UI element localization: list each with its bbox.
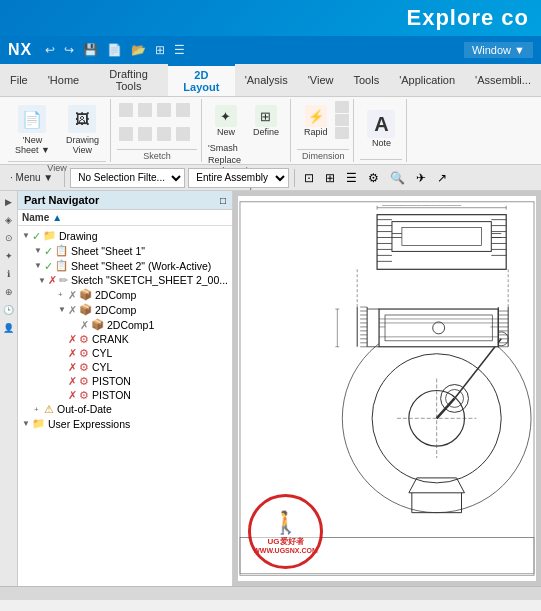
tree-item-sheet1[interactable]: ▼ ✓ 📋 Sheet "Sheet 1" (18, 243, 232, 258)
toolbar-icon-5[interactable]: 🔍 (386, 169, 409, 187)
piston2-check-icon: ✗ (68, 389, 77, 401)
new-2dcomp-button[interactable]: ✦ New (208, 101, 244, 141)
tab-home[interactable]: 'Home (38, 64, 89, 96)
sketch-group-label: Sketch (117, 149, 197, 162)
undo-button[interactable]: ↩ (42, 42, 58, 58)
sheet1-icon: 📋 (55, 244, 68, 257)
tab-analysis[interactable]: 'Analysis (235, 64, 298, 96)
sidebar-icon-7[interactable]: 🕒 (2, 303, 16, 317)
sketch-btn-6[interactable] (136, 125, 154, 143)
toolbar-icon2[interactable]: ☰ (171, 42, 188, 58)
toolbar-icon1[interactable]: ⊞ (152, 42, 168, 58)
sheet2-arrow: ▼ (34, 261, 42, 270)
main-area: ▶ ◈ ⊙ ✦ ℹ ⊕ 🕒 👤 Part Navigator □ Name ▲ … (0, 191, 541, 586)
tree-item-cyl1[interactable]: ✗ ⚙ CYL (18, 346, 232, 360)
tab-file[interactable]: File (0, 64, 38, 96)
navigator-header: Part Navigator □ (18, 191, 232, 210)
assembly-dropdown[interactable]: Entire Assembly (188, 168, 289, 188)
drawing-view-button[interactable]: 🖼 DrawingView (59, 101, 106, 159)
sketch-label: Sketch "SKETCH_SHEET 2_00... (71, 274, 228, 286)
save-button[interactable]: 💾 (80, 42, 101, 58)
tab-assembly[interactable]: 'Assembli... (465, 64, 541, 96)
cyl1-icon: ⚙ (79, 347, 89, 359)
tab-tools[interactable]: Tools (343, 64, 389, 96)
sketch-btn-5[interactable] (117, 125, 135, 143)
sidebar-icon-6[interactable]: ⊕ (2, 285, 16, 299)
tab-application[interactable]: 'Application (389, 64, 465, 96)
tree-item-sketch[interactable]: ▼ ✗ ✏ Sketch "SKETCH_SHEET 2_00... (18, 273, 232, 287)
selection-filter-dropdown[interactable]: No Selection Filte... (70, 168, 185, 188)
tree-item-cyl2[interactable]: ✗ ⚙ CYL (18, 360, 232, 374)
sheet2-icon: 📋 (55, 259, 68, 272)
watermark: 🚶 UG爱好者 WWW.UGSNX.COM (248, 494, 323, 569)
ribbon-group-sketch: Sketch (113, 99, 202, 162)
sketch-btn-7[interactable] (155, 125, 173, 143)
tab-2d-layout[interactable]: 2D Layout (168, 64, 235, 96)
new-sheet-button[interactable]: 📄 'NewSheet ▼ (8, 101, 57, 159)
note-button[interactable]: A Note (360, 106, 402, 152)
2dcomp1-arrow: + (58, 290, 66, 299)
ue-arrow: ▼ (22, 419, 30, 428)
ribbon-group-view: 📄 'NewSheet ▼ 🖼 DrawingView View (4, 99, 111, 162)
sketch-btn-8[interactable] (174, 125, 192, 143)
sidebar-icon-8[interactable]: 👤 (2, 321, 16, 335)
new-button[interactable]: 📄 (104, 42, 125, 58)
toolbar-icon-1[interactable]: ⊡ (300, 169, 318, 187)
sidebar-icon-3[interactable]: ⊙ (2, 231, 16, 245)
sketch-btn-3[interactable] (155, 101, 173, 119)
sketch-arrow: ▼ (38, 276, 46, 285)
cyl1-label: CYL (92, 347, 112, 359)
sketch-btn-1[interactable] (117, 101, 135, 119)
navigator-expand-button[interactable]: □ (220, 195, 226, 206)
sidebar-icon-1[interactable]: ▶ (2, 195, 16, 209)
cyl2-icon: ⚙ (79, 361, 89, 373)
status-bar (0, 586, 541, 600)
tab-view[interactable]: 'View (298, 64, 344, 96)
sheet1-check-icon: ✓ (44, 245, 53, 257)
tree-item-sheet2[interactable]: ▼ ✓ 📋 Sheet "Sheet 2" (Work-Active) (18, 258, 232, 273)
nx-logo: NX (8, 41, 32, 59)
toolbar-icon-7[interactable]: ↗ (433, 169, 451, 187)
menu-button[interactable]: · Menu ▼ (4, 170, 59, 185)
ue-label: User Expressions (48, 418, 130, 430)
window-menu-button[interactable]: Window ▼ (464, 42, 533, 58)
tree-item-2dcomp1-child[interactable]: ✗ 📦 2DComp1 (18, 317, 232, 332)
banner-text: Explore co (407, 5, 529, 31)
drawing-check-icon: ✓ (32, 230, 41, 242)
tree-item-out-of-date[interactable]: + ⚠ Out-of-Date (18, 402, 232, 416)
sketch-btn-2[interactable] (136, 101, 154, 119)
sketch-btn-4[interactable] (174, 101, 192, 119)
tree-item-2dcomp1[interactable]: + ✗ 📦 2DComp (18, 287, 232, 302)
crank-label: CRANK (92, 333, 129, 345)
redo-button[interactable]: ↪ (61, 42, 77, 58)
open-button[interactable]: 📂 (128, 42, 149, 58)
tree-item-piston1[interactable]: ✗ ⚙ PISTON (18, 374, 232, 388)
sketch-check-icon: ✗ (48, 274, 57, 286)
2dcomp2-arrow: ▼ (58, 305, 66, 314)
tree-item-user-expressions[interactable]: ▼ 📁 User Expressions (18, 416, 232, 431)
toolbar-icon-3[interactable]: ☰ (342, 169, 361, 187)
sidebar-icon-5[interactable]: ℹ (2, 267, 16, 281)
tree-item-2dcomp2[interactable]: ▼ ✗ 📦 2DComp (18, 302, 232, 317)
tab-drafting-tools[interactable]: Drafting Tools (89, 64, 168, 96)
rapid-button[interactable]: ⚡ Rapid (297, 101, 335, 141)
ood-arrow: + (34, 405, 42, 414)
2dcomp1-icon: 📦 (79, 288, 92, 301)
tree-item-drawing[interactable]: ▼ ✓ 📁 Drawing (18, 228, 232, 243)
sketch-icon: ✏ (59, 274, 68, 286)
tree-item-piston2[interactable]: ✗ ⚙ PISTON (18, 388, 232, 402)
piston2-label: PISTON (92, 389, 131, 401)
sidebar-icon-2[interactable]: ◈ (2, 213, 16, 227)
toolbar-sep-1 (64, 169, 65, 187)
navigator-tree: ▼ ✓ 📁 Drawing ▼ ✓ 📋 Sheet "Sheet 1" ▼ ✓ … (18, 226, 232, 586)
tree-item-crank[interactable]: ✗ ⚙ CRANK (18, 332, 232, 346)
toolbar-icon-2[interactable]: ⊞ (321, 169, 339, 187)
drawing-area: ———————————————— 🚶 UG爱好者 WWW.UGSNX.COM (233, 191, 541, 586)
define-button[interactable]: ⊞ Define (246, 101, 286, 141)
cyl2-check-icon: ✗ (68, 361, 77, 373)
toolbar-icon-4[interactable]: ⚙ (364, 169, 383, 187)
new-label: New (217, 127, 235, 137)
sidebar-icon-4[interactable]: ✦ (2, 249, 16, 263)
drawing-arrow: ▼ (22, 231, 30, 240)
toolbar-icon-6[interactable]: ✈ (412, 169, 430, 187)
